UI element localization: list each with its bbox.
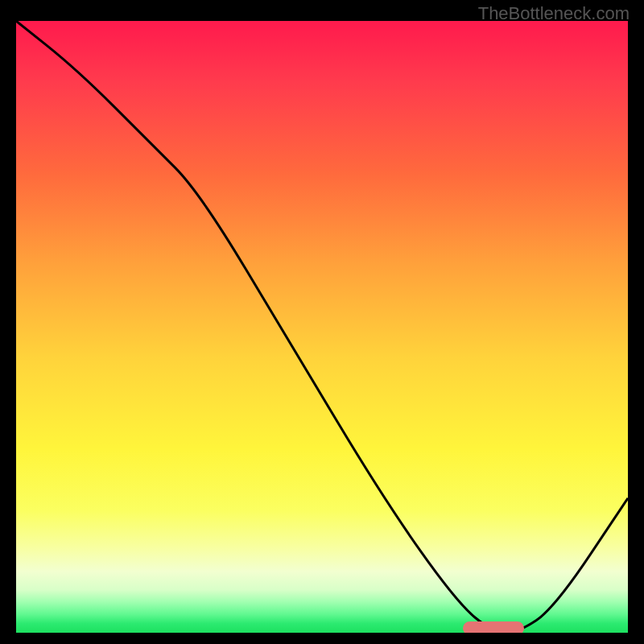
curve-path [16,21,628,633]
optimal-marker [463,621,524,633]
bottleneck-curve [16,21,628,633]
chart-plot-area [16,21,628,633]
watermark-text: TheBottleneck.com [478,3,630,24]
